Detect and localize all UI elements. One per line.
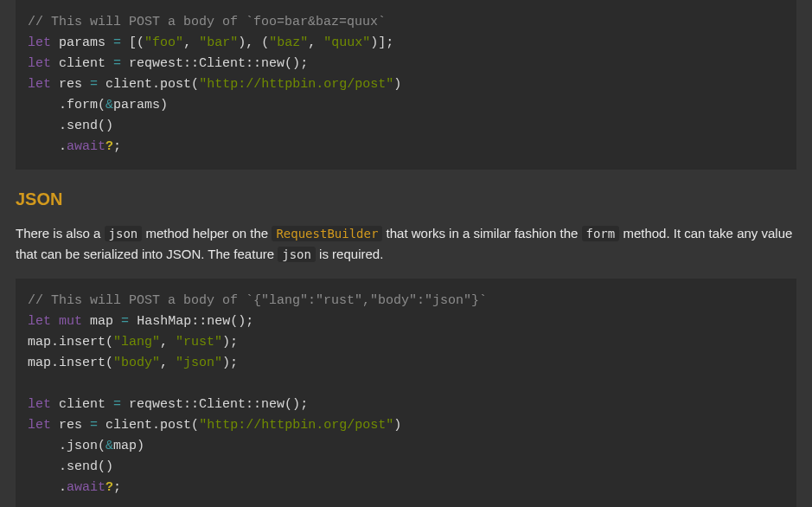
link-requestbuilder[interactable]: RequestBuilder — [272, 226, 382, 241]
code-comment: // This will POST a body of `{"lang":"ru… — [28, 293, 487, 308]
section-heading-json: JSON — [16, 185, 796, 213]
string: "body" — [113, 356, 160, 370]
amp: & — [105, 439, 113, 453]
string: "foo" — [144, 35, 183, 50]
amp: & — [105, 98, 113, 112]
doc-page: // This will POST a body of `foo=bar&baz… — [0, 0, 812, 507]
op: = — [113, 35, 121, 50]
kw-mut: mut — [59, 314, 82, 329]
string-url: "http://httpbin.org/post" — [199, 418, 393, 433]
question-op: ? — [105, 139, 113, 154]
string: "rust" — [176, 335, 222, 350]
string: "baz" — [269, 35, 308, 50]
code-block-forms[interactable]: // This will POST a body of `foo=bar&baz… — [16, 0, 796, 170]
prose-text: There is also a — [16, 226, 105, 241]
prose-text: method helper on the — [142, 226, 272, 241]
string: "lang" — [113, 335, 160, 350]
kw-await: await — [67, 480, 105, 495]
kw-let: let — [28, 77, 51, 92]
prose-json: There is also a json method helper on th… — [16, 223, 796, 265]
inline-code-form: form — [582, 226, 620, 241]
kw-let: let — [28, 314, 51, 329]
string: "bar" — [199, 35, 238, 50]
inline-code-json: json — [105, 226, 143, 241]
string: "quux" — [323, 35, 370, 50]
kw-let: let — [28, 397, 51, 412]
inline-code-jsonfeat: json — [278, 247, 316, 262]
code-block-json[interactable]: // This will POST a body of `{"lang":"ru… — [16, 279, 796, 507]
kw-let: let — [28, 56, 51, 71]
string-url: "http://httpbin.org/post" — [199, 77, 393, 92]
kw-let: let — [28, 418, 51, 433]
ident: params — [59, 35, 105, 50]
question-op: ? — [105, 480, 113, 495]
kw-await: await — [67, 139, 105, 154]
code-comment: // This will POST a body of `foo=bar&baz… — [28, 15, 386, 29]
prose-text: is required. — [316, 247, 383, 261]
kw-let: let — [28, 35, 51, 50]
string: "json" — [176, 356, 222, 370]
prose-text: that works in a similar fashion the — [382, 226, 581, 241]
